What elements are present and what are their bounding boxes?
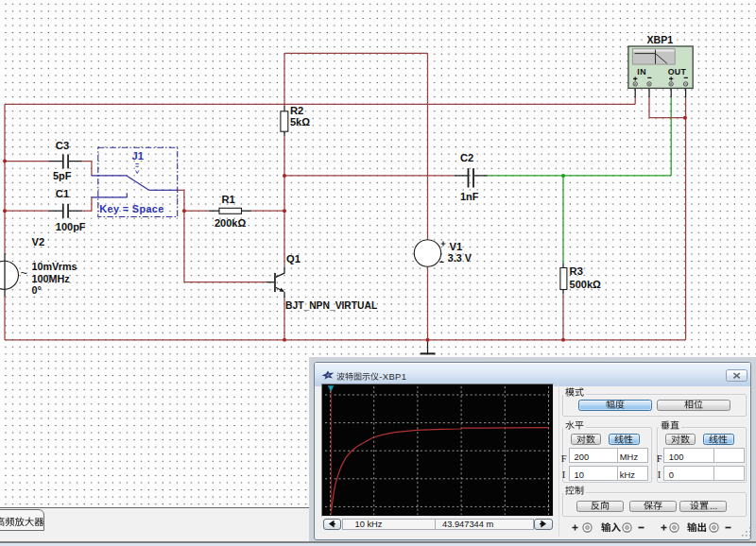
svg-text:OUT: OUT (668, 67, 687, 77)
svg-text:R1: R1 (222, 194, 235, 205)
svg-text:C1: C1 (56, 188, 69, 199)
svg-text:R3: R3 (570, 265, 583, 277)
svg-text:100pF: 100pF (56, 221, 86, 232)
svg-text:5kΩ: 5kΩ (290, 116, 310, 128)
svg-text:Q1: Q1 (286, 253, 301, 264)
svg-text:Key = Space: Key = Space (99, 203, 163, 214)
svg-text:5pF: 5pF (53, 170, 72, 181)
svg-text:...: ... (710, 501, 717, 511)
svg-text:200kΩ: 200kΩ (215, 217, 246, 229)
svg-text:0°: 0° (32, 284, 42, 296)
svg-text:J1: J1 (132, 150, 144, 162)
svg-text:1nF: 1nF (460, 191, 479, 202)
svg-text:500kΩ: 500kΩ (570, 279, 601, 290)
svg-text:C2: C2 (460, 152, 473, 163)
svg-text:3.3 V: 3.3 V (448, 252, 472, 264)
svg-text:IN: IN (637, 67, 646, 77)
svg-text:V2: V2 (32, 236, 45, 247)
svg-text:XBP1: XBP1 (647, 34, 674, 45)
svg-text:R2: R2 (290, 105, 303, 116)
svg-text:100MHz: 100MHz (32, 273, 71, 284)
svg-text:10mVrms: 10mVrms (32, 261, 77, 272)
svg-text:~: ~ (21, 265, 28, 280)
svg-text:C3: C3 (56, 140, 69, 151)
svg-text:V1: V1 (450, 241, 463, 252)
svg-text:BJT_NPN_VIRTUAL: BJT_NPN_VIRTUAL (285, 300, 377, 311)
